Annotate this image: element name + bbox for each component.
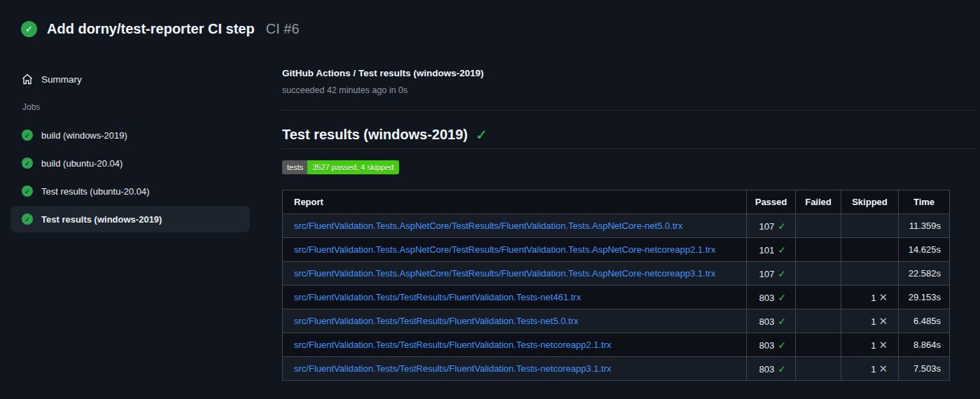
column-header-passed: Passed: [747, 190, 796, 214]
check-icon: ✓: [778, 340, 786, 351]
job-label: Test results (windows-2019): [41, 214, 162, 225]
test-results-table: Report Passed Failed Skipped Time src/Fl…: [282, 190, 950, 381]
check-circle-icon: ✓: [22, 158, 33, 169]
skipped-cell: 1✕: [841, 357, 899, 381]
passed-count: 107: [760, 269, 775, 279]
check-circle-icon: ✓: [22, 214, 33, 225]
check-icon: ✓: [778, 244, 786, 255]
check-circle-icon: ✓: [22, 186, 33, 197]
report-cell: src/FluentValidation.Tests.AspNetCore/Te…: [283, 238, 747, 262]
time-cell: 11.359s: [899, 214, 950, 238]
failed-cell: [796, 238, 841, 262]
run-header: ✓ Add dorny/test-reporter CI step CI #6: [21, 21, 300, 37]
report-link[interactable]: src/FluentValidation.Tests.AspNetCore/Te…: [294, 268, 715, 279]
cross-icon: ✕: [878, 315, 888, 327]
column-header-time: Time: [899, 190, 950, 214]
passed-count: 803: [760, 316, 775, 327]
passed-count: 107: [760, 221, 775, 232]
check-glyph: ✓: [24, 216, 30, 223]
passed-cell: 803✓: [747, 286, 796, 309]
table-header-row: Report Passed Failed Skipped Time: [283, 190, 950, 214]
job-label: Test results (ubuntu-20.04): [41, 186, 150, 197]
sidebar-job-item[interactable]: ✓ Test results (ubuntu-20.04): [10, 178, 250, 204]
check-glyph: ✓: [24, 160, 30, 167]
check-circle-icon: ✓: [21, 21, 37, 37]
failed-cell: [796, 262, 841, 286]
divider: [282, 148, 975, 149]
sidebar-item-summary[interactable]: Summary: [10, 66, 250, 92]
passed-count: 803: [760, 293, 775, 303]
badge-label: tests: [282, 160, 307, 174]
passed-cell: 803✓: [747, 333, 796, 357]
skipped-count: 1: [871, 364, 876, 374]
test-results-table-wrap: Report Passed Failed Skipped Time src/Fl…: [282, 190, 950, 381]
sidebar-job-item[interactable]: ✓ Test results (windows-2019): [10, 206, 250, 232]
table-row: src/FluentValidation.Tests/TestResults/F…: [283, 333, 950, 357]
report-link[interactable]: src/FluentValidation.Tests/TestResults/F…: [294, 363, 611, 374]
skipped-cell: ✕: [841, 214, 899, 238]
table-row: src/FluentValidation.Tests.AspNetCore/Te…: [283, 214, 950, 238]
time-cell: 7.503s: [899, 357, 950, 381]
check-icon: ✓: [778, 268, 786, 279]
column-header-report: Report: [283, 190, 747, 214]
check-icon: ✓: [778, 292, 786, 303]
report-link[interactable]: src/FluentValidation.Tests/TestResults/F…: [294, 340, 611, 350]
check-glyph: ✓: [24, 132, 30, 139]
cross-icon: ✕: [878, 363, 888, 374]
run-title: Add dorny/test-reporter CI step: [47, 21, 255, 37]
job-label: build (windows-2019): [41, 130, 127, 141]
check-run-status: succeeded 42 minutes ago in 0s: [282, 85, 407, 95]
passed-cell: 107✓: [747, 262, 796, 286]
report-cell: src/FluentValidation.Tests/TestResults/F…: [283, 309, 747, 333]
passed-count: 101: [760, 245, 775, 255]
failed-cell: [796, 357, 841, 381]
passed-cell: 107✓: [747, 214, 796, 238]
jobs-list: ✓ build (windows-2019) ✓ build (ubuntu-2…: [10, 122, 250, 234]
report-link[interactable]: src/FluentValidation.Tests/TestResults/F…: [294, 316, 578, 326]
skipped-cell: ✕: [841, 238, 899, 262]
jobs-section-label: Jobs: [22, 102, 40, 112]
failed-cell: [796, 309, 841, 333]
time-cell: 22.582s: [899, 262, 950, 286]
report-link[interactable]: src/FluentValidation.Tests/TestResults/F…: [294, 292, 581, 302]
time-cell: 14.625s: [899, 238, 950, 262]
time-cell: 6.485s: [899, 309, 950, 333]
time-cell: 8.864s: [899, 333, 950, 357]
report-cell: src/FluentValidation.Tests.AspNetCore/Te…: [283, 214, 747, 238]
report-cell: src/FluentValidation.Tests/TestResults/F…: [283, 286, 747, 309]
passed-cell: 803✓: [747, 357, 796, 381]
report-cell: src/FluentValidation.Tests/TestResults/F…: [283, 333, 747, 357]
check-glyph: ✓: [24, 188, 30, 195]
sidebar-job-item[interactable]: ✓ build (windows-2019): [10, 122, 250, 148]
table-row: src/FluentValidation.Tests/TestResults/F…: [283, 357, 950, 381]
section-title: Test results (windows-2019): [282, 127, 468, 143]
table-row: src/FluentValidation.Tests.AspNetCore/Te…: [283, 262, 950, 286]
home-icon: [22, 74, 33, 85]
report-link[interactable]: src/FluentValidation.Tests.AspNetCore/Te…: [294, 244, 715, 255]
column-header-failed: Failed: [796, 190, 841, 214]
tests-badge: tests 3527 passed, 4 skipped: [282, 160, 399, 174]
time-cell: 29.153s: [899, 286, 950, 309]
report-link[interactable]: src/FluentValidation.Tests.AspNetCore/Te…: [294, 220, 682, 231]
section-heading: Test results (windows-2019) ✓: [282, 127, 488, 143]
cross-icon: ✕: [878, 339, 888, 351]
skipped-cell: 1✕: [841, 309, 899, 333]
check-icon: ✓: [778, 363, 786, 374]
summary-label: Summary: [41, 74, 82, 85]
run-number: CI #6: [266, 21, 300, 37]
skipped-count: 1: [871, 340, 876, 351]
passed-count: 803: [760, 340, 775, 351]
skipped-cell: 1✕: [841, 333, 899, 357]
check-circle-icon: ✓: [22, 130, 33, 141]
sidebar-job-item[interactable]: ✓ build (ubuntu-20.04): [10, 150, 250, 176]
table-row: src/FluentValidation.Tests.AspNetCore/Te…: [283, 238, 950, 262]
passed-count: 803: [760, 364, 775, 374]
badge-value: 3527 passed, 4 skipped: [307, 160, 399, 174]
job-label: build (ubuntu-20.04): [41, 158, 122, 169]
table-row: src/FluentValidation.Tests/TestResults/F…: [283, 286, 950, 309]
column-header-skipped: Skipped: [841, 190, 899, 214]
skipped-count: 1: [871, 293, 876, 303]
check-run-title: GitHub Actions / Test results (windows-2…: [282, 68, 484, 78]
skipped-count: 1: [871, 316, 876, 327]
cross-icon: ✕: [878, 291, 888, 303]
